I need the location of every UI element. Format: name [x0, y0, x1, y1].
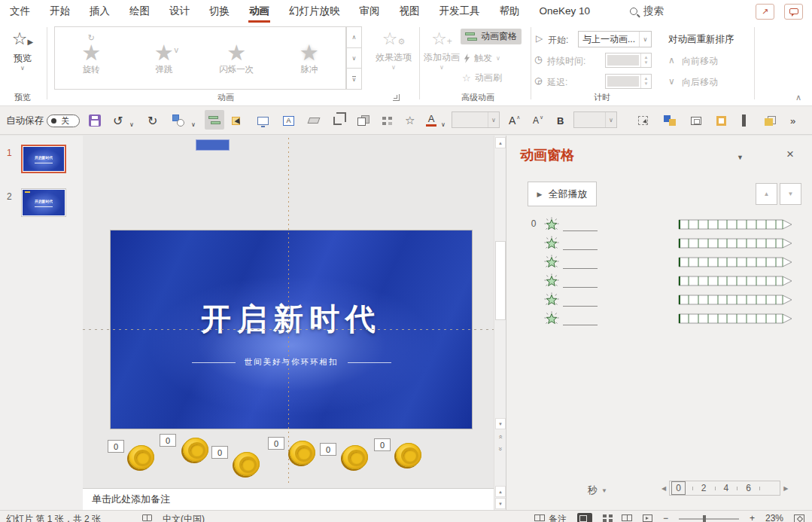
share-button[interactable]: ↗ — [756, 4, 774, 20]
animation-number-badge[interactable]: 0 — [374, 438, 391, 451]
animation-timeline-bar[interactable] — [678, 276, 793, 286]
tab-draw[interactable]: 绘图 — [120, 0, 160, 23]
tab-developer[interactable]: 开发工具 — [430, 0, 490, 23]
tab-help[interactable]: 帮助 — [490, 0, 530, 23]
shapes-button[interactable] — [172, 111, 187, 130]
scrollbar-thumb[interactable] — [495, 241, 506, 320]
gallery-item-bounce[interactable]: v ★ 弹跳 — [128, 27, 201, 89]
ruler-scroll-left[interactable]: ◀ — [661, 485, 666, 492]
shape-fill-button[interactable] — [716, 111, 726, 130]
undo-dropdown-caret[interactable]: ∨ — [129, 115, 134, 133]
animation-item[interactable] — [506, 253, 812, 272]
move-earlier-button[interactable]: 向前移动 — [682, 55, 718, 68]
slide-title[interactable]: 开启新时代 — [111, 298, 472, 340]
zoom-in-button[interactable]: + — [750, 513, 755, 522]
effect-options-button[interactable]: ☆⚙ 效果选项 ∨ — [370, 29, 417, 71]
duration-spinner[interactable]: ▲▼ — [605, 53, 652, 68]
start-dropdown[interactable]: 与上一动画... ∨ — [578, 31, 652, 47]
tab-insert[interactable]: 插入 — [80, 0, 120, 23]
coin-shape[interactable] — [129, 445, 154, 469]
add-animation-button[interactable]: ☆+ 添加动画 ∨ — [423, 29, 461, 71]
slide-thumbnail-2[interactable]: 开启新时代 — [21, 188, 66, 217]
shape-outline-button[interactable] — [742, 111, 746, 130]
scroll-up-button[interactable]: ▲ — [495, 137, 506, 148]
notes-toggle-button[interactable]: 备注 — [534, 513, 567, 522]
tab-slideshow[interactable]: 幻灯片放映 — [279, 0, 350, 23]
tab-home[interactable]: 开始 — [40, 0, 80, 23]
animation-number-badge[interactable]: 0 — [320, 443, 336, 456]
vertical-guide[interactable] — [288, 138, 289, 486]
selection-tool-button[interactable] — [232, 111, 240, 130]
collapse-ribbon-button[interactable]: ∧ — [795, 93, 801, 102]
language-indicator[interactable]: 中文(中国) — [163, 513, 205, 522]
animation-dialog-launcher[interactable] — [393, 94, 400, 101]
comments-button[interactable] — [784, 4, 803, 20]
ruler-scale[interactable]: 0 2 4 6 — [669, 481, 780, 496]
normal-view-button[interactable] — [577, 513, 592, 522]
horizontal-guide[interactable] — [83, 329, 494, 330]
animation-pane-quick-button[interactable] — [205, 111, 224, 129]
delay-spin-arrows[interactable]: ▲▼ — [640, 75, 651, 88]
animation-pane-button[interactable]: 动画窗格 — [461, 29, 522, 44]
animation-painter-button[interactable]: ☆ 动画刷 — [462, 72, 502, 84]
animation-item[interactable] — [506, 291, 812, 310]
animation-item[interactable] — [506, 310, 812, 328]
align-objects-button[interactable] — [382, 111, 386, 130]
reading-view-button[interactable] — [622, 514, 632, 521]
slide-sorter-view-button[interactable] — [603, 514, 607, 517]
animation-timeline-bar[interactable] — [678, 257, 793, 267]
redo-button[interactable]: ↻ — [147, 111, 157, 130]
gallery-item-pulse[interactable]: ★ 脉冲 — [273, 27, 346, 89]
coin-shape[interactable] — [234, 452, 260, 476]
tab-review[interactable]: 审阅 — [350, 0, 390, 23]
shrink-font-button[interactable]: A∨ — [533, 111, 543, 130]
preview-button[interactable]: ☆▶ 预览 ∨ — [6, 29, 39, 72]
delay-spinner[interactable]: ▲▼ — [605, 74, 652, 89]
undo-button[interactable]: ↺ — [113, 111, 123, 130]
notes-scroll-up-button[interactable]: ▲ — [495, 486, 506, 497]
previous-slide-button[interactable]: » — [495, 431, 506, 442]
move-up-button[interactable]: ▲ — [756, 183, 777, 205]
text-box-button[interactable]: A — [283, 111, 294, 130]
crop-button[interactable] — [333, 111, 342, 130]
play-all-button[interactable]: ▶ 全部播放 — [528, 182, 597, 206]
save-button[interactable] — [89, 111, 101, 130]
bring-forward-button[interactable] — [357, 111, 370, 130]
search-button[interactable]: 搜索 — [630, 5, 664, 18]
font-color-caret[interactable]: ∨ — [441, 115, 446, 133]
animation-number-badge[interactable]: 0 — [160, 434, 176, 447]
gallery-more-button[interactable]: ∨ — [346, 69, 362, 90]
change-colors-button[interactable] — [664, 111, 676, 130]
start-dropdown-caret[interactable]: ∨ — [639, 32, 651, 47]
slide-thumbnail-1[interactable]: 开启新时代 — [21, 145, 66, 173]
fit-slide-to-window-button[interactable] — [794, 514, 804, 522]
animation-item[interactable] — [506, 234, 812, 253]
zoom-out-button[interactable]: − — [663, 513, 668, 522]
bold-button[interactable]: B — [557, 111, 564, 130]
resize-object-button[interactable] — [691, 111, 701, 130]
layer-style-button[interactable] — [765, 111, 776, 130]
grow-font-button[interactable]: A∧ — [509, 111, 520, 130]
animation-timeline-bar[interactable] — [678, 219, 793, 230]
tab-design[interactable]: 设计 — [160, 0, 199, 23]
move-down-button[interactable]: ▼ — [780, 183, 801, 205]
gallery-scroll-up-button[interactable]: ∧ — [346, 26, 362, 48]
animation-number-badge[interactable]: 0 — [108, 440, 124, 453]
notes-area[interactable]: 单击此处添加备注 — [83, 488, 494, 510]
coin-shape[interactable] — [290, 441, 315, 465]
coin-shape[interactable] — [396, 443, 421, 467]
book-icon[interactable] — [142, 514, 152, 521]
toolbar-overflow-button[interactable]: » — [790, 111, 795, 130]
tab-animations[interactable]: 动画 — [239, 0, 279, 23]
animation-number-badge[interactable]: 0 — [211, 446, 228, 459]
zoom-level[interactable]: 23% — [765, 513, 783, 522]
trigger-button[interactable]: 触发 ∨ — [464, 52, 500, 65]
tab-file[interactable]: 文件 — [0, 0, 40, 23]
tab-onekey[interactable]: OneKey 10 — [530, 0, 601, 23]
gallery-item-spin[interactable]: ↻ ★ 旋转 — [55, 27, 128, 89]
gallery-item-flash-once[interactable]: ★ 闪烁一次 — [200, 27, 273, 89]
scroll-down-button[interactable]: ▼ — [495, 418, 506, 429]
notes-scroll-down-button[interactable]: ▼ — [495, 498, 506, 509]
shapes-dropdown-caret[interactable]: ∨ — [191, 115, 196, 133]
gallery-scroll-down-button[interactable]: ∨ — [346, 48, 362, 69]
